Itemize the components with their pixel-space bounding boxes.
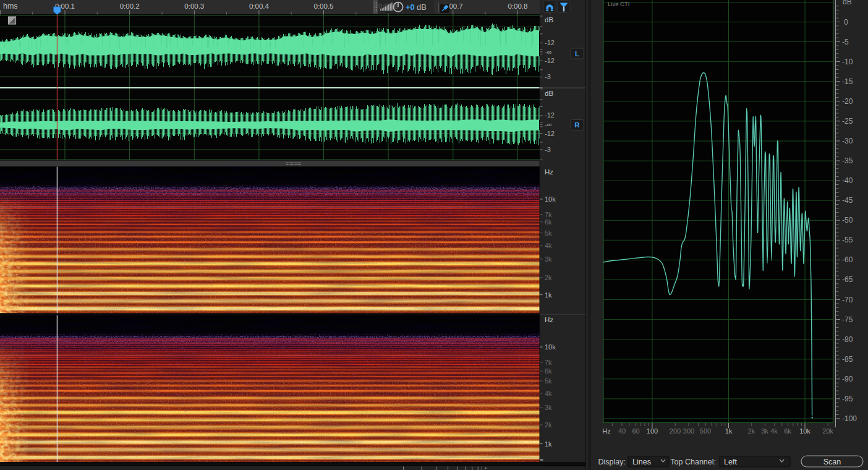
svg-text:-50: -50 [842,216,853,224]
svg-text:-12: -12 [545,57,555,64]
svg-text:-25: -25 [842,117,853,126]
svg-text:+0: +0 [406,2,415,12]
svg-text:-70: -70 [842,296,853,304]
svg-text:-30: -30 [842,137,853,145]
svg-text:dB: dB [417,2,427,12]
svg-text:200: 200 [670,427,681,435]
svg-text:R: R [574,121,580,129]
svg-text:4k: 4k [545,242,552,249]
svg-text:10k: 10k [545,195,556,203]
svg-text:6k: 6k [784,427,791,435]
svg-text:7k: 7k [545,211,552,218]
svg-text:1k: 1k [725,427,733,435]
svg-text:Hz: Hz [602,427,610,435]
svg-text:Hz: Hz [545,168,553,176]
svg-text:6k: 6k [545,218,552,226]
svg-text:Left: Left [724,458,737,466]
svg-text:7k: 7k [545,359,552,366]
svg-text:-5: -5 [842,38,849,46]
svg-text:-85: -85 [842,355,853,364]
svg-text:Scan: Scan [823,458,841,466]
svg-text:300: 300 [683,427,694,435]
svg-text:-12: -12 [545,111,555,119]
svg-text:-45: -45 [842,196,853,205]
svg-text:2k: 2k [748,427,755,435]
svg-text:Top Channel:: Top Channel: [670,458,716,466]
svg-text:hms: hms [3,2,18,11]
svg-text:-3: -3 [545,146,551,153]
svg-text:5k: 5k [545,377,552,385]
svg-text:500: 500 [700,427,711,435]
svg-text:1k: 1k [545,291,552,299]
svg-text:0:00.5: 0:00.5 [314,2,334,10]
svg-text:dB: dB [545,16,553,24]
svg-text:-15: -15 [842,77,853,86]
svg-text:40: 40 [618,427,626,435]
svg-text:0:00.4: 0:00.4 [249,2,270,10]
svg-text:4k: 4k [545,390,552,397]
svg-text:-12: -12 [545,130,555,137]
svg-text:0: 0 [844,18,848,27]
svg-text:-55: -55 [842,236,853,244]
svg-text:0:00.3: 0:00.3 [184,2,204,10]
svg-text:dB: dB [545,90,553,97]
svg-text:-60: -60 [842,255,853,264]
svg-text:-95: -95 [842,395,853,403]
svg-text:2k: 2k [545,274,552,281]
svg-text:-35: -35 [842,156,853,165]
svg-text:0:00.8: 0:00.8 [508,2,527,10]
svg-text:-75: -75 [842,315,853,324]
svg-text:-90: -90 [842,375,853,383]
svg-text:-10: -10 [842,58,853,66]
svg-text:-3: -3 [545,73,551,80]
svg-text:2k: 2k [545,421,552,429]
svg-text:-40: -40 [842,176,853,185]
svg-text:1k: 1k [545,440,552,448]
svg-text:-∞: -∞ [545,48,552,56]
svg-text:100: 100 [647,427,658,435]
svg-text:-65: -65 [842,275,853,284]
svg-text:3k: 3k [545,255,552,263]
svg-text:0:00.2: 0:00.2 [120,2,140,10]
svg-text:Display:: Display: [598,458,626,466]
svg-text:4k: 4k [770,427,778,435]
svg-text:Lines: Lines [632,458,651,466]
svg-text:Hz: Hz [545,316,553,323]
svg-text:L: L [575,50,579,58]
svg-text:6k: 6k [545,367,552,375]
svg-text:-80: -80 [842,335,853,344]
svg-text:20k: 20k [822,427,833,435]
svg-text:3k: 3k [545,404,552,411]
svg-text:Live CTI: Live CTI [608,1,629,7]
svg-text:60: 60 [632,427,639,435]
svg-text:10k: 10k [545,343,556,351]
svg-text:10k: 10k [799,427,811,435]
svg-text:-12: -12 [545,39,555,46]
svg-text:dB: dB [843,0,852,6]
svg-text:-100: -100 [842,414,857,423]
svg-text:-∞: -∞ [545,121,552,128]
svg-text:5k: 5k [545,229,552,237]
svg-text:3k: 3k [761,427,768,435]
svg-text:-20: -20 [842,97,853,106]
